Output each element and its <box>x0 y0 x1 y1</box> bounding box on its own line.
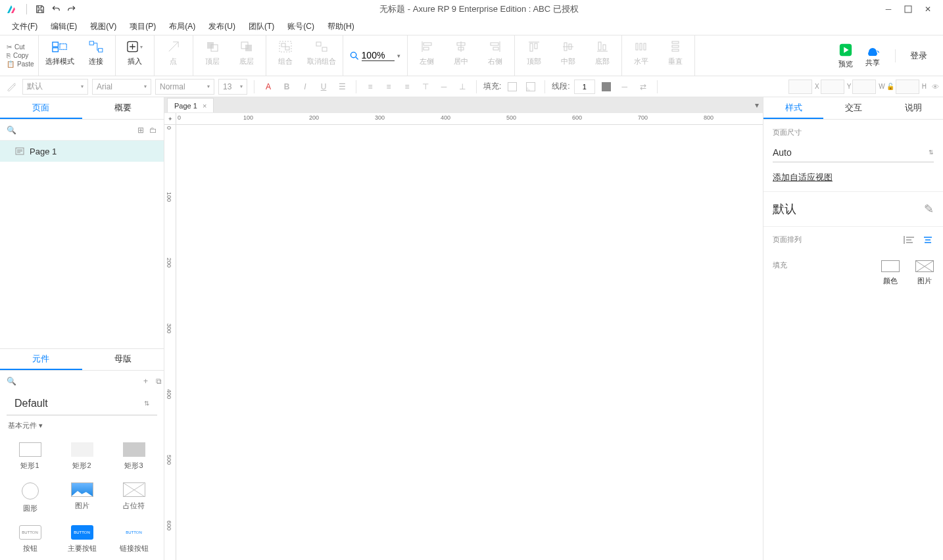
zoom-control[interactable]: ▾ <box>350 50 400 61</box>
align-middle-button[interactable]: 中部 <box>556 39 581 66</box>
widget-link-button[interactable]: BUTTON链接按钮 <box>109 521 158 557</box>
search-icon[interactable]: 🔍 <box>7 126 16 135</box>
zoom-input[interactable] <box>362 50 395 61</box>
align-top-button[interactable]: 顶部 <box>521 39 546 66</box>
widget-circle[interactable]: 圆形 <box>5 478 55 517</box>
ruler-origin-icon[interactable]: ✦ <box>164 113 176 125</box>
tab-style[interactable]: 样式 <box>763 97 823 119</box>
undo-icon[interactable] <box>48 1 64 17</box>
align-center-button[interactable]: 居中 <box>448 39 473 66</box>
valign-top-icon[interactable]: ⊤ <box>418 80 433 94</box>
fill-color-option[interactable]: 颜色 <box>881 260 900 286</box>
underline-icon[interactable]: U <box>316 80 331 94</box>
y-input[interactable] <box>821 80 844 94</box>
menu-account[interactable]: 账号(C) <box>281 18 321 35</box>
close-icon[interactable]: ✕ <box>918 1 938 17</box>
fill-image-icon[interactable] <box>523 80 538 94</box>
lock-icon[interactable]: 🔓 <box>886 83 894 90</box>
bold-icon[interactable]: B <box>279 80 294 94</box>
align-right-icon[interactable]: ≡ <box>400 80 414 94</box>
add-lib-icon[interactable]: + <box>143 377 148 386</box>
minimize-icon[interactable]: ─ <box>879 1 898 17</box>
save-icon[interactable] <box>32 1 48 17</box>
add-folder-icon[interactable]: 🗀 <box>149 126 157 135</box>
tab-dropdown-icon[interactable]: ▾ <box>755 101 759 110</box>
valign-bot-icon[interactable]: ⊥ <box>455 80 470 94</box>
widget-image[interactable]: 图片 <box>57 478 107 517</box>
tab-pages[interactable]: 页面 <box>0 97 82 119</box>
page-size-select[interactable]: Auto⇅ <box>773 143 934 162</box>
page-search-input[interactable] <box>22 126 132 135</box>
close-tab-icon[interactable]: × <box>203 102 206 110</box>
insert-button[interactable]: ▾插入 <box>122 39 147 66</box>
menu-team[interactable]: 团队(T) <box>242 18 281 35</box>
stroke-style-icon[interactable]: ─ <box>617 80 632 94</box>
widget-search-input[interactable] <box>24 377 135 386</box>
h-input[interactable] <box>896 80 919 94</box>
tab-masters[interactable]: 母版 <box>82 349 164 370</box>
connect-button[interactable]: 连接 <box>84 39 109 66</box>
add-page-icon[interactable]: ⊞ <box>137 126 144 135</box>
tab-outline[interactable]: 概要 <box>82 97 164 119</box>
align-left-icon[interactable]: ≡ <box>363 80 377 94</box>
ruler-horizontal[interactable]: 0100200300400500600700800 <box>176 113 763 125</box>
menu-project[interactable]: 项目(P) <box>123 18 162 35</box>
send-back-button[interactable]: 底层 <box>234 39 259 66</box>
style-select[interactable]: 默认▾ <box>22 79 88 95</box>
widget-rect1[interactable]: 矩形1 <box>5 438 55 475</box>
copy-button[interactable]: ⎘ Copy <box>7 52 34 59</box>
canvas[interactable] <box>176 125 763 560</box>
w-input[interactable] <box>852 80 876 94</box>
font-select[interactable]: Arial▾ <box>92 79 151 95</box>
point-button[interactable]: 点 <box>161 39 186 66</box>
distribute-v-button[interactable]: 垂直 <box>663 39 688 66</box>
menu-view[interactable]: 视图(V) <box>84 18 123 35</box>
cut-button[interactable]: ✂ Cut <box>7 43 34 51</box>
widget-primary-button[interactable]: BUTTON主要按钮 <box>57 521 107 557</box>
ruler-vertical[interactable]: 0100200300400500600 <box>164 125 176 560</box>
menu-arrange[interactable]: 布局(A) <box>162 18 202 35</box>
menu-publish[interactable]: 发布(U) <box>202 18 242 35</box>
fill-color-icon[interactable] <box>505 80 520 94</box>
weight-select[interactable]: Normal▾ <box>155 79 214 95</box>
tab-widgets[interactable]: 元件 <box>0 349 82 370</box>
login-button[interactable]: 登录 <box>910 50 927 62</box>
align-left-button[interactable]: 左侧 <box>414 39 439 66</box>
widget-button[interactable]: BUTTON按钮 <box>5 521 55 557</box>
menu-edit[interactable]: 编辑(E) <box>44 18 84 35</box>
lib-section-header[interactable]: 基本元件 ▾ <box>0 415 164 436</box>
align-right-button[interactable]: 右侧 <box>483 39 508 66</box>
stroke-width-input[interactable] <box>574 80 595 94</box>
bullets-icon[interactable]: ☰ <box>335 80 349 94</box>
align-bottom-button[interactable]: 底部 <box>590 39 615 66</box>
widget-rect2[interactable]: 矩形2 <box>57 438 107 475</box>
adaptive-views-link[interactable]: 添加自适应视图 <box>773 172 934 183</box>
library-select[interactable]: Default⇅ <box>7 392 157 415</box>
align-center-icon[interactable]: ≡ <box>381 80 396 94</box>
stroke-arrow-icon[interactable]: ⇄ <box>636 80 650 94</box>
page-item[interactable]: Page 1 <box>0 141 164 162</box>
x-input[interactable] <box>788 80 812 94</box>
distribute-h-button[interactable]: 水平 <box>629 39 654 66</box>
redo-icon[interactable] <box>64 1 80 17</box>
edit-style-icon[interactable]: ✎ <box>924 202 934 216</box>
align-center-option[interactable] <box>922 235 934 245</box>
menu-help[interactable]: 帮助(H) <box>321 18 361 35</box>
paste-button[interactable]: 📋 Paste <box>7 60 34 68</box>
tab-notes[interactable]: 说明 <box>883 97 943 119</box>
style-icon[interactable] <box>4 80 18 94</box>
search-icon[interactable]: 🔍 <box>7 377 16 386</box>
italic-icon[interactable]: I <box>298 80 312 94</box>
tab-interact[interactable]: 交互 <box>823 97 883 119</box>
canvas-tab[interactable]: Page 1× <box>167 98 214 112</box>
lib-folder-icon[interactable]: ⧉ <box>156 377 162 386</box>
preview-button[interactable]: 预览 <box>838 43 853 69</box>
select-mode-button[interactable]: 选择模式 <box>45 39 74 66</box>
size-select[interactable]: 13▾ <box>218 79 247 95</box>
visibility-icon[interactable]: 👁 <box>932 83 939 91</box>
font-color-icon[interactable]: A <box>261 80 276 94</box>
menu-file[interactable]: 文件(F) <box>5 18 44 35</box>
fill-image-option[interactable]: 图片 <box>915 260 934 286</box>
group-button[interactable]: 组合 <box>273 39 298 66</box>
stroke-color-icon[interactable] <box>599 80 614 94</box>
